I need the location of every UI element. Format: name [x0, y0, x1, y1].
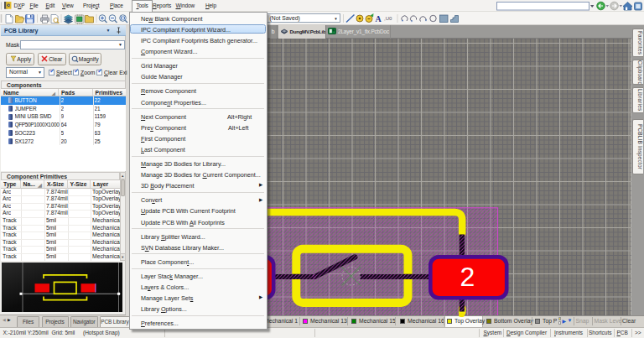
svg-text:A: A [376, 13, 382, 23]
svg-text:2: 2 [460, 262, 475, 292]
svg-text:,U0: ,U0 [384, 16, 392, 21]
